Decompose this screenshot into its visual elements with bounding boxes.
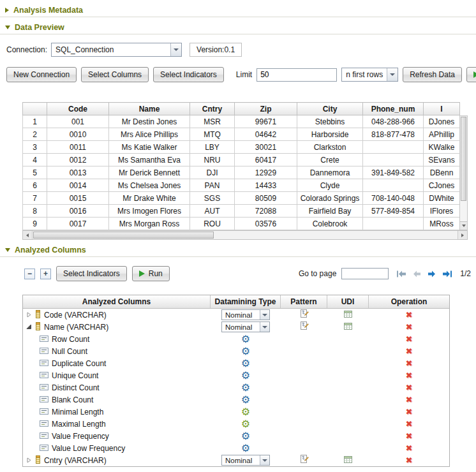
delete-icon[interactable]: ✖	[406, 323, 413, 331]
pattern-icon[interactable]	[300, 321, 309, 332]
collapse-all-button[interactable]: −	[24, 269, 35, 279]
previous-page-icon[interactable]	[412, 270, 422, 277]
table-row[interactable]: 1 001 Mr Destin Jones MSR 99671 Stebbins…	[23, 115, 460, 128]
next-page-icon[interactable]	[427, 270, 437, 277]
run-button[interactable]: Run	[466, 67, 476, 82]
scrollbar-track[interactable]	[33, 231, 457, 239]
scrollbar-thumb[interactable]	[33, 232, 214, 239]
column-header-city[interactable]: City	[297, 103, 363, 115]
pattern-icon[interactable]	[300, 455, 309, 466]
gear-icon[interactable]: ⚙	[241, 395, 250, 405]
analyzed-column-row[interactable]: Name (VARCHAR) Nominal	[23, 321, 449, 333]
expand-all-button[interactable]: +	[40, 269, 51, 279]
chevron-down-icon[interactable]	[260, 310, 269, 320]
column-header-phone[interactable]: Phone_num	[363, 103, 424, 115]
header-pattern[interactable]: Pattern	[281, 295, 327, 308]
indicator-row[interactable]: Minimal Length ⚙ ✖	[23, 406, 449, 418]
chevron-down-icon[interactable]	[260, 322, 269, 332]
indicator-row[interactable]: Row Count ⚙ ✖	[23, 333, 449, 345]
last-page-icon[interactable]	[442, 270, 452, 277]
datamining-type-combo[interactable]: Nominal	[221, 321, 270, 332]
section-header-analyzed-columns[interactable]: Analyzed Columns	[0, 240, 476, 256]
indicator-row[interactable]: Value Low Frequency ⚙ ✖	[23, 442, 449, 454]
gear-icon[interactable]: ⚙	[241, 383, 250, 393]
select-indicators-button[interactable]: Select Indicators	[56, 266, 127, 281]
delete-icon[interactable]: ✖	[406, 335, 413, 343]
analyzed-column-row[interactable]: Cntry (VARCHAR) Nominal	[23, 454, 449, 466]
indicator-row[interactable]: Value Frequency ⚙ ✖	[23, 430, 449, 442]
gear-icon[interactable]: ⚙	[241, 443, 250, 454]
delete-icon[interactable]: ✖	[406, 432, 413, 440]
chevron-down-icon[interactable]	[170, 43, 181, 56]
select-columns-button[interactable]: Select Columns	[81, 67, 149, 82]
scrollbar-thumb[interactable]	[461, 117, 466, 201]
delete-icon[interactable]: ✖	[406, 408, 413, 416]
section-header-data-preview[interactable]: Data Preview	[0, 17, 476, 34]
datamining-type-combo[interactable]: Nominal	[221, 455, 270, 466]
header-operation[interactable]: Operation	[369, 295, 449, 308]
delete-icon[interactable]: ✖	[406, 359, 413, 367]
run-button[interactable]: Run	[132, 266, 170, 281]
analyzed-column-row[interactable]: Code (VARCHAR) Nominal	[23, 309, 449, 321]
scroll-left-button[interactable]	[23, 231, 33, 239]
header-udi[interactable]: UDI	[327, 295, 369, 308]
rows-mode-combo[interactable]: n first rows	[341, 68, 398, 82]
delete-icon[interactable]: ✖	[406, 395, 413, 404]
twistie-expanded-icon[interactable]	[5, 248, 10, 252]
header-datamining-type[interactable]: Datamining Type	[211, 295, 281, 308]
expander-icon[interactable]	[26, 324, 32, 330]
delete-icon[interactable]: ✖	[406, 371, 413, 380]
table-row[interactable]: 6 0014 Ms Chelsea Jones PAN 14433 Clyde …	[23, 179, 460, 192]
delete-icon[interactable]: ✖	[406, 347, 413, 355]
chevron-down-icon[interactable]	[260, 455, 269, 465]
indicator-row[interactable]: Maximal Length ⚙ ✖	[23, 418, 449, 430]
table-row[interactable]: 7 0015 Mr Drake White SGS 80509 Colorado…	[23, 192, 460, 205]
gear-icon[interactable]: ⚙	[241, 407, 250, 417]
expander-icon[interactable]	[26, 312, 32, 318]
vertical-scrollbar[interactable]	[459, 115, 468, 230]
twistie-collapsed-icon[interactable]	[5, 8, 9, 13]
horizontal-scrollbar[interactable]	[22, 230, 468, 240]
pattern-icon[interactable]	[300, 309, 309, 320]
delete-icon[interactable]: ✖	[406, 444, 413, 452]
goto-page-input[interactable]	[341, 268, 389, 279]
first-page-icon[interactable]	[396, 270, 406, 277]
column-header-partial[interactable]: I	[424, 103, 460, 115]
twistie-expanded-icon[interactable]	[5, 26, 10, 29]
gear-icon[interactable]: ⚙	[241, 334, 250, 344]
gear-icon[interactable]: ⚙	[241, 358, 250, 369]
indicator-row[interactable]: Duplicate Count ⚙ ✖	[23, 357, 449, 369]
table-row[interactable]: 5 0013 Mr Derick Bennett DJI 12929 Danne…	[23, 166, 460, 179]
gear-icon[interactable]: ⚙	[241, 371, 250, 381]
column-header-code[interactable]: Code	[47, 103, 109, 115]
indicator-row[interactable]: Null Count ⚙ ✖	[23, 345, 449, 357]
select-indicators-button[interactable]: Select Indicators	[153, 67, 224, 82]
table-row[interactable]: 3 0011 Ms Katie Walker LBY 30021 Clarkst…	[23, 141, 460, 154]
table-row[interactable]: 4 0012 Ms Samantha Eva NRU 60417 Crete S…	[23, 154, 460, 166]
table-row[interactable]: 8 0016 Mrs Imogen Flores AUT 72088 Fairf…	[23, 205, 460, 218]
column-header-cntry[interactable]: Cntry	[190, 103, 235, 115]
section-header-analysis-metadata[interactable]: Analysis Metadata	[0, 0, 476, 17]
udi-icon[interactable]	[344, 311, 352, 320]
delete-icon[interactable]: ✖	[406, 383, 413, 392]
table-row[interactable]: 2 0010 Mrs Alice Phillips MTQ 04642 Harb…	[23, 128, 460, 141]
indicator-row[interactable]: Blank Count ⚙ ✖	[23, 394, 449, 406]
delete-icon[interactable]: ✖	[406, 456, 413, 464]
table-row[interactable]: 9 0017 Mrs Morgan Ross ROU 03576 Colebro…	[23, 218, 460, 230]
udi-icon[interactable]	[344, 323, 352, 332]
expander-icon[interactable]	[26, 457, 32, 463]
gear-icon[interactable]: ⚙	[241, 431, 250, 441]
header-analyzed-columns[interactable]: Analyzed Columns	[23, 295, 211, 308]
scroll-right-button[interactable]	[457, 231, 467, 239]
gear-icon[interactable]: ⚙	[241, 346, 250, 357]
column-header-zip[interactable]: Zip	[235, 103, 297, 115]
udi-icon[interactable]	[344, 456, 352, 465]
datamining-type-combo[interactable]: Nominal	[221, 309, 270, 320]
limit-input[interactable]	[257, 68, 337, 82]
delete-icon[interactable]: ✖	[406, 420, 413, 428]
column-header-name[interactable]: Name	[109, 103, 190, 115]
indicator-row[interactable]: Unique Count ⚙ ✖	[23, 369, 449, 381]
refresh-data-button[interactable]: Refresh Data	[403, 67, 462, 82]
indicator-row[interactable]: Distinct Count ⚙ ✖	[23, 381, 449, 394]
connection-combo[interactable]: SQL_Connection	[51, 43, 182, 57]
